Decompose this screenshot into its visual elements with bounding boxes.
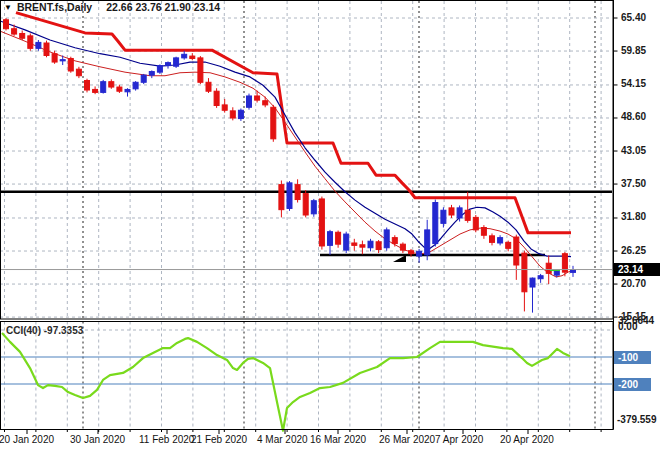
candle-body xyxy=(214,91,219,105)
candle-body xyxy=(182,54,187,58)
candle-body xyxy=(12,29,17,34)
candle-body xyxy=(384,230,389,248)
date-axis-label[interactable]: 20 Apr 2020 xyxy=(500,434,554,445)
cci-indicator-line xyxy=(2,333,570,431)
candle-body xyxy=(4,20,9,29)
candle-body xyxy=(85,80,90,90)
candle-body xyxy=(465,210,470,220)
candle-body xyxy=(44,43,49,55)
chart-canvas[interactable] xyxy=(0,0,660,450)
candle-body xyxy=(473,217,478,229)
trading-chart-window: ▼ BRENT.fs,Daily 22.66 23.76 21.90 23.14… xyxy=(0,0,660,450)
candle-body xyxy=(76,69,81,76)
candle-body xyxy=(93,89,98,92)
date-axis-label[interactable]: 11 Feb 2020 xyxy=(139,434,194,445)
candle-body xyxy=(336,232,341,244)
candle-body xyxy=(481,228,486,236)
candle-body xyxy=(20,33,25,38)
date-axis-label[interactable]: 26 Mar 2020 xyxy=(379,434,435,445)
candle-body xyxy=(311,201,316,214)
candle-body xyxy=(255,96,260,100)
indicator-panel-border xyxy=(1,322,614,430)
candle-body xyxy=(554,271,559,275)
cci-level-tag: -200 xyxy=(614,378,651,391)
candle-body xyxy=(295,185,300,200)
candle-body xyxy=(28,36,33,48)
price-axis-label[interactable]: 15.15 xyxy=(621,311,646,322)
candle-body xyxy=(263,101,268,105)
candle-body xyxy=(546,263,551,273)
trailing-stop-line xyxy=(16,13,571,233)
date-axis-label[interactable]: 30 Jan 2020 xyxy=(70,434,125,445)
candle-body xyxy=(498,238,503,243)
candle-body xyxy=(441,210,446,223)
candle-body xyxy=(238,110,243,118)
date-axis-label[interactable]: 16 Mar 2020 xyxy=(310,434,366,445)
candle-body xyxy=(206,82,211,91)
candle-body xyxy=(279,185,284,210)
price-axis-label[interactable]: 37.50 xyxy=(621,178,646,189)
candle-body xyxy=(133,82,138,89)
candle-body xyxy=(376,242,381,250)
candle-body xyxy=(109,82,114,87)
candle-body xyxy=(157,66,162,73)
cci-zero-label: 0.00 xyxy=(618,321,637,332)
price-axis-label[interactable]: 31.80 xyxy=(621,211,646,222)
candle-body xyxy=(417,251,422,256)
chart-symbol-period: BRENT.fs,Daily xyxy=(17,1,92,13)
candle-body xyxy=(303,194,308,215)
candle-body xyxy=(319,199,324,246)
cci-scale-min-label: -379.559 xyxy=(617,414,656,425)
candle-body xyxy=(68,58,73,70)
candle-body xyxy=(344,234,349,250)
candle-body xyxy=(530,278,535,287)
candle-body xyxy=(506,242,511,248)
candle-body xyxy=(409,251,414,254)
candle-body xyxy=(392,238,397,244)
candle-body xyxy=(328,232,333,246)
price-axis-label[interactable]: 54.15 xyxy=(621,78,646,89)
indicator-label: CCI(40) -97.3353 xyxy=(6,325,83,336)
candle-body xyxy=(352,243,357,245)
price-axis-label[interactable]: 26.25 xyxy=(621,245,646,256)
chart-title-bar: ▼ BRENT.fs,Daily 22.66 23.76 21.90 23.14 xyxy=(4,1,220,13)
candle-body xyxy=(141,75,146,82)
candle-body xyxy=(60,60,65,61)
current-price-tag: 23.14 xyxy=(614,263,660,276)
candle-body xyxy=(360,245,365,247)
candle-body xyxy=(400,244,405,250)
candle-body xyxy=(514,237,519,265)
candle-body xyxy=(166,63,171,66)
candle-body xyxy=(52,54,57,62)
symbol-dropdown-icon[interactable]: ▼ xyxy=(4,3,12,12)
candle-body xyxy=(117,87,122,91)
date-axis-label[interactable]: 20 Jan 2020 xyxy=(0,434,54,445)
candle-body xyxy=(149,72,154,76)
candle-body xyxy=(222,105,227,110)
main-panel-border xyxy=(1,1,614,320)
candle-body xyxy=(190,56,195,58)
candle-body xyxy=(174,58,179,66)
date-axis-label[interactable]: 4 Mar 2020 xyxy=(257,434,308,445)
price-axis-label[interactable]: 43.05 xyxy=(621,145,646,156)
candle-body xyxy=(247,96,252,107)
price-axis-label[interactable]: 65.40 xyxy=(621,12,646,23)
price-axis-label[interactable]: 48.60 xyxy=(621,111,646,122)
candle-body xyxy=(101,82,106,93)
cci-level-tag: -100 xyxy=(614,351,651,364)
candle-body xyxy=(457,208,462,218)
candle-body xyxy=(271,107,276,139)
candle-body xyxy=(287,183,292,209)
candle-body xyxy=(522,253,527,292)
candle-body xyxy=(368,241,373,248)
chart-ohlc-values: 22.66 23.76 21.90 23.14 xyxy=(106,1,220,13)
candle-body xyxy=(36,42,41,48)
candle-body xyxy=(198,58,203,82)
candle-body xyxy=(425,230,430,255)
date-axis-label[interactable]: 7 Apr 2020 xyxy=(435,434,483,445)
date-axis-label[interactable]: 21 Feb 2020 xyxy=(191,434,247,445)
price-axis-label[interactable]: 20.70 xyxy=(621,278,646,289)
price-axis-label[interactable]: 59.85 xyxy=(621,45,646,56)
candle-body xyxy=(538,276,543,279)
candle-body xyxy=(490,236,495,243)
